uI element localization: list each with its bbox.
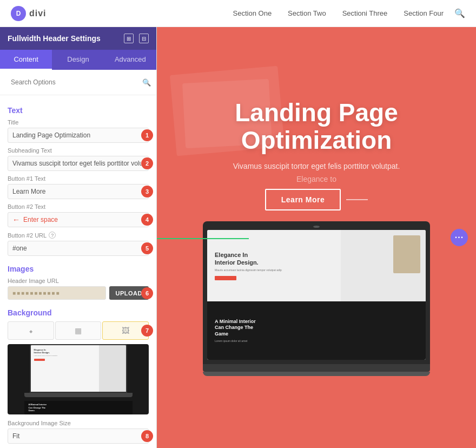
btn2url-help-icon[interactable]: ? <box>49 232 56 239</box>
btn1-input[interactable] <box>8 184 149 199</box>
title-field-row: 1 <box>8 128 149 143</box>
nav-link-3[interactable]: Sectioni Three <box>342 9 388 17</box>
btn2-input-area[interactable]: ← Enter space <box>8 212 149 227</box>
preview-learn-more-btn[interactable]: Learn More <box>265 189 341 210</box>
btn2url-label: Button #2 URL ? <box>8 232 149 239</box>
badge-4: 4 <box>141 214 153 226</box>
nav-link-1[interactable]: Section One <box>233 9 272 17</box>
bg-preview-inner: Elegance InInterior Design. Lorem ipsum … <box>8 344 149 414</box>
preview-faded-text: Elegance to <box>296 175 336 183</box>
search-input[interactable] <box>5 74 139 90</box>
btn2-field-row: ← Enter space 4 <box>8 212 149 227</box>
search-icon: 🔍 <box>142 78 151 87</box>
section-bg-title: Background <box>8 308 149 317</box>
btn2url-field-row: 5 <box>8 241 149 256</box>
screen-bottom-title: A Minimal InteriorCan Change TheGame <box>215 319 418 338</box>
bg-tab-gradient[interactable]: ▦ <box>55 321 102 340</box>
btn2-enter-space-text: Enter space <box>23 216 58 223</box>
panel-icon-expand[interactable]: ⊞ <box>124 34 134 43</box>
nav-link-2[interactable]: Section Two <box>288 9 326 17</box>
site-logo: D divi <box>11 6 47 21</box>
preview-btn-dash <box>346 199 368 200</box>
btn2url-input[interactable] <box>8 241 149 256</box>
logo-text: divi <box>29 9 47 18</box>
section-images-title: Images <box>8 265 149 273</box>
header-image-field-row: ■■■■■■■■■■■ UPLOAD 6 <box>8 286 149 300</box>
tab-design[interactable]: Design <box>52 50 104 70</box>
panel-tabs: Content Design Advanced <box>0 50 156 70</box>
screen-laptop-title: Elegance InInterior Design. <box>215 251 333 267</box>
bg-type-tabs: ⬥ ▦ 🖼 <box>8 321 149 340</box>
btn2-label: Button #2 Text <box>8 203 149 210</box>
laptop-foot <box>203 364 430 372</box>
page-preview: Landing Page Optimization Vivamus suscip… <box>157 27 476 448</box>
btn1-field-row: 3 <box>8 184 149 199</box>
preview-subtext: Vivamus suscipit tortor eget felis portt… <box>233 162 400 170</box>
screen-main-right <box>341 230 426 301</box>
laptop-preview: Elegance InInterior Design. Mauris accum… <box>203 221 430 376</box>
laptop-mini-preview: Elegance InInterior Design. Lorem ipsum … <box>24 344 133 402</box>
badge-1: 1 <box>141 129 153 141</box>
screen-laptop-btn <box>215 276 236 280</box>
laptop-body: Elegance InInterior Design. Mauris accum… <box>203 221 430 364</box>
badge-5: 5 <box>141 242 153 254</box>
bg-size-field-row: 8 <box>8 429 149 444</box>
tab-advanced[interactable]: Advanced <box>104 50 156 70</box>
panel-icon-columns[interactable]: ⊟ <box>139 34 149 43</box>
nav-links: Section One Section Two Sectioni Three S… <box>233 9 444 17</box>
panel-title: Fullwidth Header Settings <box>8 34 101 43</box>
laptop-mini-screen: Elegance InInterior Design. Lorem ipsum … <box>30 344 127 393</box>
panel-header-icons: ⊞ ⊟ <box>124 34 149 43</box>
image-url-input[interactable]: ■■■■■■■■■■■ <box>8 286 106 300</box>
screen-main-left: Elegance InInterior Design. Mauris accum… <box>207 230 341 301</box>
screen-bottom-sub: Lorem ipsum dolor sit amet <box>215 339 418 342</box>
badge-2: 2 <box>141 157 153 169</box>
badge-6: 6 <box>141 287 153 299</box>
bg-size-label: Background Image Size <box>8 420 149 426</box>
dots-menu-btn[interactable]: ··· <box>451 229 468 246</box>
btn2-arrow-icon: ← <box>12 215 20 224</box>
panel-header: Fullwidth Header Settings ⊞ ⊟ <box>0 27 156 50</box>
title-label: Title <box>8 119 149 126</box>
bg-size-input[interactable] <box>8 429 149 444</box>
logo-icon: D <box>11 6 26 21</box>
nav-link-4[interactable]: Section Four <box>404 9 444 17</box>
upload-row: ■■■■■■■■■■■ UPLOAD <box>8 286 149 300</box>
panel-body: Text Title 1 Subheading Text 2 Button #1… <box>0 95 156 448</box>
header-image-label: Header Image URL <box>8 278 149 284</box>
screen-bottom-bar: A Minimal InteriorCan Change TheGame Lor… <box>207 301 426 360</box>
badge-3: 3 <box>141 186 153 197</box>
badge-7: 7 <box>141 325 153 337</box>
bg-tab-color[interactable]: ⬥ <box>8 321 54 340</box>
panel-search-bar: 🔍 <box>0 70 156 95</box>
laptop-screen-top: Elegance InInterior Design. Mauris accum… <box>207 230 426 301</box>
settings-panel: Fullwidth Header Settings ⊞ ⊟ Content De… <box>0 27 157 448</box>
bg-preview: Elegance InInterior Design. Lorem ipsum … <box>8 344 149 414</box>
nav-search-icon[interactable]: 🔍 <box>454 8 465 18</box>
preview-heading: Landing Page Optimization <box>235 99 398 154</box>
subheading-label: Subheading Text <box>8 147 149 154</box>
title-input[interactable] <box>8 128 149 143</box>
preview-btn-row: Learn More <box>265 189 368 210</box>
laptop-screen-area: Elegance InInterior Design. Mauris accum… <box>207 230 426 360</box>
main-layout: Fullwidth Header Settings ⊞ ⊟ Content De… <box>0 27 476 448</box>
top-navbar: D divi Section One Section Two Sectioni … <box>0 0 476 27</box>
subheading-input[interactable] <box>8 156 149 171</box>
section-text-title: Text <box>8 106 149 115</box>
screen-laptop-sub: Mauris accumsan lacinia dignissim tempor… <box>215 268 333 273</box>
tab-content[interactable]: Content <box>0 50 52 70</box>
preview-content: Landing Page Optimization Vivamus suscip… <box>157 27 476 448</box>
subheading-field-row: 2 <box>8 156 149 171</box>
laptop-base <box>203 372 430 376</box>
badge-8: 8 <box>141 430 153 442</box>
btn1-label: Button #1 Text <box>8 175 149 182</box>
